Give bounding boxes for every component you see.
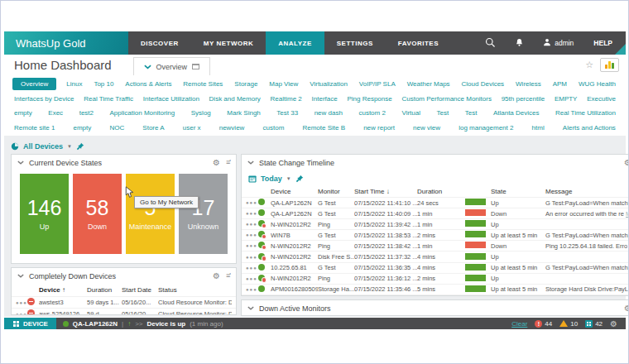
nav-menu-item[interactable]: SETTINGS <box>324 31 386 55</box>
dashboard-tab[interactable]: Real Time Utilization <box>554 108 617 118</box>
row-actions-icon[interactable]: ●●● <box>246 232 258 237</box>
dashboard-tab[interactable]: custom <box>262 122 286 133</box>
dashboard-tab[interactable]: NOC <box>108 122 126 133</box>
dashboard-tab[interactable]: Custom Performance Monitors <box>400 93 492 104</box>
dashboard-tab[interactable]: log management 2 <box>457 122 515 133</box>
nav-menu-item[interactable]: ANALYZE <box>266 31 324 55</box>
dashboard-tab[interactable]: test2 <box>78 108 95 118</box>
dashboard-tab[interactable]: Wireless <box>514 79 543 89</box>
dashboard-tab[interactable]: empty <box>12 108 34 118</box>
nav-menu-item[interactable]: FAVORITES <box>386 31 451 55</box>
row-actions-icon[interactable]: ●●● <box>246 276 258 281</box>
row-actions-icon[interactable]: ●●● <box>246 222 258 227</box>
down-device-row[interactable]: ●●● awstest3 59 days 1... 05/16/20... Cl… <box>12 296 236 308</box>
dashboard-tab[interactable]: Real Time Traffic <box>82 93 135 104</box>
dashboard-tab[interactable]: Test 33 <box>275 108 300 118</box>
sort-desc-icon[interactable]: ↓ <box>387 188 390 195</box>
dashboard-tab[interactable]: Exec <box>46 108 65 118</box>
down-device-row[interactable]: ●●● aws-52549126 59 d... 05/16/20... Clo… <box>12 308 236 315</box>
timeline-row[interactable]: ●●● N-WIN2012R2 Ping 07/15/2022 11:36:12… <box>242 273 629 284</box>
dashboard-tab[interactable]: Cloud Devices <box>460 79 507 89</box>
dashboard-tab[interactable]: Actions & Alerts <box>123 79 173 89</box>
dashboard-tab[interactable]: custom 2 <box>357 108 387 118</box>
dashboard-tab[interactable]: Remote Site B <box>300 122 347 133</box>
dashboard-tab[interactable]: Interface Utilization <box>142 93 201 104</box>
dashboard-tab[interactable]: Ping Response <box>345 93 393 104</box>
timeline-row[interactable]: ●●● QA-LAP1262N G Test 07/15/2022 11:40:… <box>242 208 629 218</box>
dashboard-tab[interactable]: Overview <box>12 78 56 90</box>
gear-icon[interactable]: ⚙ <box>624 159 629 167</box>
dashboard-tab[interactable]: new report <box>362 122 396 133</box>
collapse-chevron-icon[interactable] <box>247 160 254 165</box>
collapse-chevron-icon[interactable] <box>17 160 24 165</box>
dashboard-tab[interactable]: Realtime 2 <box>269 93 304 104</box>
dashboard-tab[interactable]: Mark Singh <box>225 108 262 118</box>
dashboard-tab[interactable]: Virtual <box>400 108 422 118</box>
dashboard-tab[interactable]: Top 10 <box>92 79 115 89</box>
dashboard-tab[interactable]: user x <box>181 122 203 133</box>
device-state-tile[interactable]: 17 Unknown <box>179 174 228 254</box>
timeline-row[interactable]: ●●● N-WIN2012R2 Ping 07/15/2022 11:39:42… <box>242 218 629 229</box>
dashboard-tab[interactable]: Store A <box>141 122 166 133</box>
row-actions-icon[interactable]: ●●● <box>246 266 258 271</box>
dashboard-tab[interactable]: EMPTY <box>553 93 579 104</box>
pin-icon[interactable] <box>295 171 304 186</box>
dashboard-tab[interactable]: APM <box>551 79 569 89</box>
more-link[interactable]: More <box>626 211 629 217</box>
dashboard-tab[interactable]: Interface <box>310 93 339 104</box>
dashboard-tab[interactable]: Remote Sites <box>181 79 224 89</box>
dashboard-tab[interactable]: empty <box>72 122 94 133</box>
device-state-tile[interactable]: 58 Down <box>73 174 122 254</box>
row-actions-icon[interactable]: ●●● <box>246 287 258 292</box>
info-count[interactable]: 42 <box>585 320 603 328</box>
dashboard-tab[interactable]: Test <box>463 108 479 118</box>
view-selector-tab[interactable]: Overview <box>133 57 211 75</box>
row-actions-icon[interactable]: ●●● <box>246 211 258 216</box>
dashboard-tab[interactable]: html <box>531 122 546 133</box>
clear-link[interactable]: Clear <box>511 320 527 328</box>
row-actions-icon[interactable]: ●●● <box>16 312 27 316</box>
row-actions-icon[interactable]: ●●● <box>246 200 258 205</box>
gear-icon[interactable]: ⚙ <box>213 272 220 280</box>
nav-menu-item[interactable]: DISCOVER <box>128 31 191 55</box>
dashboard-tab[interactable]: 95th percentile <box>500 93 546 104</box>
dashboard-tab[interactable]: Test <box>435 108 451 118</box>
timeline-row[interactable]: ●●● WIN7B G Test 07/15/2022 11:38:53 ...… <box>242 229 629 240</box>
date-filter-dropdown[interactable]: Today <box>261 175 282 183</box>
device-group-filter[interactable]: All Devices ▼ <box>11 136 619 154</box>
dashboard-tab[interactable]: Application Monitoring <box>108 108 177 118</box>
nav-menu-item[interactable]: MY NETWORK <box>191 31 266 55</box>
dashboard-tab[interactable]: Remote site 1 <box>12 122 56 133</box>
dashboard-tab[interactable]: Storage <box>233 79 259 89</box>
dashboard-tab[interactable]: Linux <box>65 79 84 89</box>
gear-icon[interactable]: ⚙ <box>610 319 617 328</box>
device-state-tile[interactable]: 146 Up <box>20 174 69 254</box>
dashboard-tab[interactable]: Executive <box>585 93 617 104</box>
pin-icon[interactable] <box>76 139 84 154</box>
collapse-chevron-icon[interactable] <box>17 274 24 278</box>
row-actions-icon[interactable]: ●●● <box>246 243 258 248</box>
widget-menu-icon[interactable]: ≡' <box>226 272 230 280</box>
row-actions-icon[interactable]: ●●● <box>16 300 27 305</box>
dashboard-tab[interactable]: Syslog <box>190 108 213 118</box>
dashboard-tab[interactable]: Interfaces by Device <box>12 93 75 104</box>
critical-count[interactable]: !44 <box>535 320 552 328</box>
dashboard-tab[interactable]: Weather Maps <box>406 79 452 89</box>
timeline-row[interactable]: ●●● APM00162805092 Storage Ha... 07/15/2… <box>242 284 629 295</box>
timeline-row[interactable]: ●●● QA-LAP1262N G Test 07/15/2022 11:41:… <box>242 197 629 208</box>
timeline-row[interactable]: ●●● 10.225.65.81 G Test 07/15/2022 11:36… <box>242 262 629 273</box>
gear-icon[interactable]: ⚙ <box>624 304 629 313</box>
report-chart-button[interactable] <box>600 58 619 72</box>
timeline-row[interactable]: ●●● N-WIN2012R2 Ping 07/15/2022 11:38:42… <box>242 240 629 251</box>
gear-icon[interactable]: ⚙ <box>213 159 220 167</box>
widget-menu-icon[interactable]: ≡' <box>226 159 230 166</box>
dashboard-tab[interactable]: VoIP/IP SLA <box>358 79 397 89</box>
user-menu[interactable]: admin <box>543 38 574 48</box>
dashboard-tab[interactable]: Alerts and Actions <box>561 122 617 133</box>
search-icon[interactable] <box>485 37 496 50</box>
help-link[interactable]: HELP <box>593 39 612 47</box>
status-device-name[interactable]: QA-LAP1262N <box>73 320 118 328</box>
warning-count[interactable]: 10 <box>559 320 578 328</box>
row-actions-icon[interactable]: ●●● <box>246 255 258 260</box>
dashboard-tab[interactable]: Atlanta Devices <box>492 108 541 118</box>
